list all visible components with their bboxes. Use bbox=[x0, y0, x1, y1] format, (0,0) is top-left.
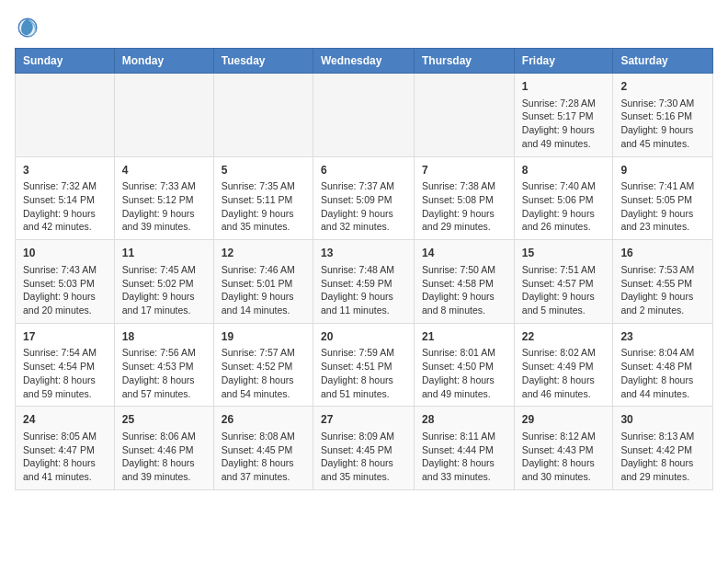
logo-icon bbox=[15, 15, 40, 40]
day-number: 7 bbox=[422, 163, 506, 178]
calendar-cell: 9Sunrise: 7:41 AMSunset: 5:05 PMDaylight… bbox=[613, 156, 713, 240]
day-number: 26 bbox=[222, 412, 305, 428]
cell-content: Sunrise: 7:38 AM bbox=[422, 179, 506, 193]
day-number: 25 bbox=[122, 412, 206, 428]
cell-content: Daylight: 9 hours and 26 minutes. bbox=[522, 207, 606, 234]
calendar-cell bbox=[313, 74, 414, 157]
cell-content: Daylight: 9 hours and 11 minutes. bbox=[321, 290, 406, 316]
cell-content: Daylight: 9 hours and 17 minutes. bbox=[122, 290, 206, 316]
day-number: 10 bbox=[23, 246, 107, 261]
calendar-cell: 20Sunrise: 7:59 AMSunset: 4:51 PMDayligh… bbox=[313, 323, 414, 407]
cell-content: Daylight: 9 hours and 39 minutes. bbox=[122, 207, 206, 234]
cell-content: Sunrise: 7:32 AM bbox=[23, 179, 107, 193]
cell-content: Sunrise: 7:53 AM bbox=[620, 263, 705, 277]
cell-content: Sunset: 4:48 PM bbox=[620, 360, 705, 373]
cell-content: Daylight: 8 hours and 30 minutes. bbox=[522, 456, 606, 483]
calendar-cell: 26Sunrise: 8:08 AMSunset: 4:45 PMDayligh… bbox=[213, 407, 313, 490]
day-number: 11 bbox=[122, 246, 206, 261]
calendar-cell: 8Sunrise: 7:40 AMSunset: 5:06 PMDaylight… bbox=[514, 156, 613, 240]
cell-content: Daylight: 9 hours and 49 minutes. bbox=[522, 123, 606, 150]
cell-content: Sunrise: 7:30 AM bbox=[620, 97, 705, 110]
calendar-cell: 25Sunrise: 8:06 AMSunset: 4:46 PMDayligh… bbox=[114, 407, 213, 490]
day-number: 22 bbox=[522, 329, 606, 345]
cell-content: Sunset: 4:57 PM bbox=[522, 277, 606, 291]
calendar-cell: 7Sunrise: 7:38 AMSunset: 5:08 PMDaylight… bbox=[415, 156, 515, 240]
day-header-friday: Friday bbox=[514, 49, 613, 74]
cell-content: Sunset: 5:14 PM bbox=[23, 193, 107, 207]
cell-content: Daylight: 8 hours and 29 minutes. bbox=[620, 456, 705, 483]
cell-content: Daylight: 8 hours and 39 minutes. bbox=[122, 456, 206, 483]
cell-content: Daylight: 8 hours and 51 minutes. bbox=[321, 373, 406, 400]
cell-content: Sunrise: 8:04 AM bbox=[620, 346, 705, 360]
cell-content: Daylight: 9 hours and 8 minutes. bbox=[422, 290, 506, 316]
calendar-cell: 22Sunrise: 8:02 AMSunset: 4:49 PMDayligh… bbox=[514, 323, 613, 407]
cell-content: Sunrise: 8:09 AM bbox=[321, 430, 406, 443]
cell-content: Daylight: 9 hours and 20 minutes. bbox=[23, 290, 107, 316]
cell-content: Sunset: 5:11 PM bbox=[222, 193, 305, 207]
cell-content: Sunset: 4:50 PM bbox=[422, 360, 506, 373]
day-number: 2 bbox=[620, 79, 705, 95]
cell-content: Sunset: 5:12 PM bbox=[122, 193, 206, 207]
cell-content: Sunrise: 7:28 AM bbox=[522, 97, 606, 110]
cell-content: Daylight: 9 hours and 45 minutes. bbox=[620, 123, 705, 150]
day-number: 1 bbox=[522, 79, 606, 95]
calendar-header-row: SundayMondayTuesdayWednesdayThursdayFrid… bbox=[16, 49, 713, 74]
cell-content: Sunset: 4:58 PM bbox=[422, 277, 506, 291]
day-number: 27 bbox=[321, 412, 406, 428]
cell-content: Sunset: 4:49 PM bbox=[522, 360, 606, 373]
cell-content: Sunrise: 8:06 AM bbox=[122, 430, 206, 443]
cell-content: Sunset: 5:16 PM bbox=[620, 109, 705, 123]
cell-content: Sunset: 4:46 PM bbox=[122, 443, 206, 457]
calendar-cell: 6Sunrise: 7:37 AMSunset: 5:09 PMDaylight… bbox=[313, 156, 414, 240]
cell-content: Sunrise: 7:54 AM bbox=[23, 346, 107, 360]
cell-content: Daylight: 8 hours and 44 minutes. bbox=[620, 373, 705, 400]
day-number: 18 bbox=[122, 329, 206, 345]
cell-content: Daylight: 9 hours and 29 minutes. bbox=[422, 207, 506, 234]
day-number: 19 bbox=[222, 329, 305, 345]
cell-content: Sunset: 5:08 PM bbox=[422, 193, 506, 207]
day-header-thursday: Thursday bbox=[415, 49, 515, 74]
cell-content: Daylight: 8 hours and 59 minutes. bbox=[23, 373, 107, 400]
cell-content: Daylight: 9 hours and 5 minutes. bbox=[522, 290, 606, 316]
cell-content: Sunset: 4:43 PM bbox=[522, 443, 606, 457]
calendar-cell: 27Sunrise: 8:09 AMSunset: 4:45 PMDayligh… bbox=[313, 407, 414, 490]
calendar-cell: 2Sunrise: 7:30 AMSunset: 5:16 PMDaylight… bbox=[613, 74, 713, 157]
calendar-cell: 4Sunrise: 7:33 AMSunset: 5:12 PMDaylight… bbox=[114, 156, 213, 240]
cell-content: Daylight: 9 hours and 35 minutes. bbox=[222, 207, 305, 234]
cell-content: Daylight: 8 hours and 35 minutes. bbox=[321, 456, 406, 483]
cell-content: Sunset: 4:55 PM bbox=[620, 277, 705, 291]
day-number: 5 bbox=[222, 163, 305, 178]
calendar-week-row: 24Sunrise: 8:05 AMSunset: 4:47 PMDayligh… bbox=[16, 407, 713, 490]
calendar-cell: 10Sunrise: 7:43 AMSunset: 5:03 PMDayligh… bbox=[16, 240, 115, 324]
cell-content: Sunrise: 8:05 AM bbox=[23, 430, 107, 443]
day-number: 16 bbox=[620, 246, 705, 261]
cell-content: Sunset: 5:05 PM bbox=[620, 193, 705, 207]
day-number: 4 bbox=[122, 163, 206, 178]
cell-content: Daylight: 8 hours and 46 minutes. bbox=[522, 373, 606, 400]
calendar-cell: 21Sunrise: 8:01 AMSunset: 4:50 PMDayligh… bbox=[415, 323, 515, 407]
calendar-week-row: 17Sunrise: 7:54 AMSunset: 4:54 PMDayligh… bbox=[16, 323, 713, 407]
page-header bbox=[15, 15, 713, 40]
cell-content: Daylight: 8 hours and 57 minutes. bbox=[122, 373, 206, 400]
cell-content: Sunset: 5:06 PM bbox=[522, 193, 606, 207]
day-number: 17 bbox=[23, 329, 107, 345]
calendar-cell: 5Sunrise: 7:35 AMSunset: 5:11 PMDaylight… bbox=[213, 156, 313, 240]
cell-content: Sunset: 4:45 PM bbox=[222, 443, 305, 457]
calendar-cell: 3Sunrise: 7:32 AMSunset: 5:14 PMDaylight… bbox=[16, 156, 115, 240]
calendar-cell: 24Sunrise: 8:05 AMSunset: 4:47 PMDayligh… bbox=[16, 407, 115, 490]
calendar-cell bbox=[415, 74, 515, 157]
cell-content: Sunrise: 7:51 AM bbox=[522, 263, 606, 277]
cell-content: Sunrise: 8:11 AM bbox=[422, 430, 506, 443]
cell-content: Sunset: 5:01 PM bbox=[222, 277, 305, 291]
calendar-cell: 18Sunrise: 7:56 AMSunset: 4:53 PMDayligh… bbox=[114, 323, 213, 407]
cell-content: Sunset: 4:53 PM bbox=[122, 360, 206, 373]
cell-content: Sunrise: 7:40 AM bbox=[522, 179, 606, 193]
cell-content: Daylight: 8 hours and 49 minutes. bbox=[422, 373, 506, 400]
cell-content: Sunrise: 8:01 AM bbox=[422, 346, 506, 360]
cell-content: Sunset: 4:54 PM bbox=[23, 360, 107, 373]
day-header-tuesday: Tuesday bbox=[213, 49, 313, 74]
calendar-cell: 23Sunrise: 8:04 AMSunset: 4:48 PMDayligh… bbox=[613, 323, 713, 407]
cell-content: Sunset: 5:17 PM bbox=[522, 109, 606, 123]
calendar-cell: 15Sunrise: 7:51 AMSunset: 4:57 PMDayligh… bbox=[514, 240, 613, 324]
cell-content: Sunset: 4:42 PM bbox=[620, 443, 705, 457]
